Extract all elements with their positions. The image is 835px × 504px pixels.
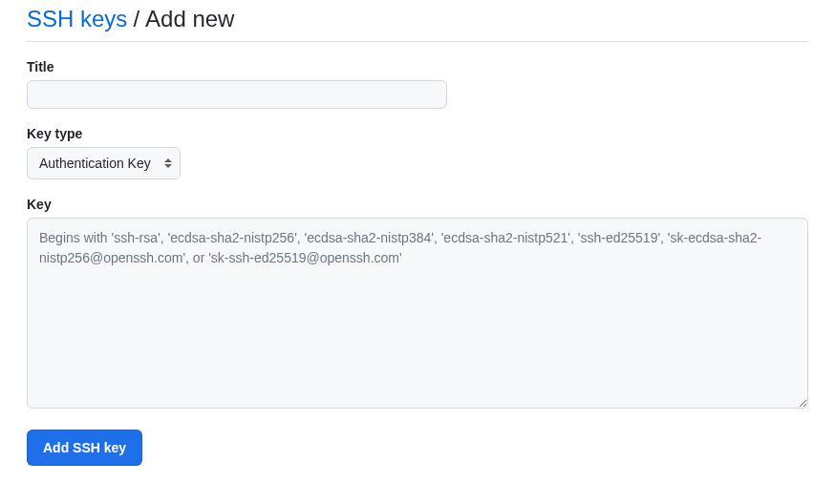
breadcrumb-separator: / — [133, 4, 139, 33]
breadcrumb: SSH keys / Add new — [27, 4, 808, 42]
title-input[interactable] — [27, 80, 447, 109]
title-label: Title — [27, 59, 808, 74]
key-type-label: Key type — [27, 126, 808, 141]
breadcrumb-current: Add new — [145, 4, 234, 33]
key-label: Key — [27, 197, 808, 212]
key-type-select[interactable]: Authentication Key — [27, 147, 181, 179]
add-ssh-key-button[interactable]: Add SSH key — [27, 430, 142, 466]
breadcrumb-parent-link[interactable]: SSH keys — [27, 4, 127, 33]
key-textarea[interactable] — [27, 218, 808, 409]
